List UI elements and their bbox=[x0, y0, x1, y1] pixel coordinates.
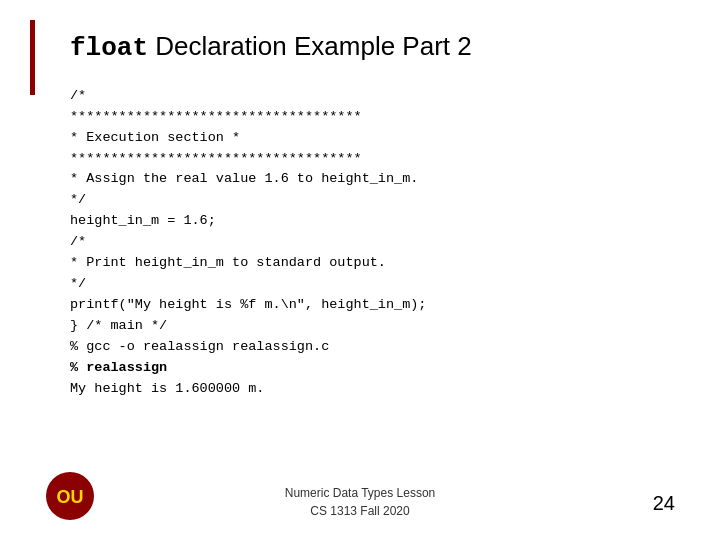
footer-line2: CS 1313 Fall 2020 bbox=[285, 502, 436, 520]
code-line-8: /* bbox=[70, 232, 670, 253]
code-line-11: printf("My height is %f m.\n", height_in… bbox=[70, 295, 670, 316]
title-rest: Declaration Example Part 2 bbox=[148, 31, 472, 61]
code-line-14: % realassign bbox=[70, 358, 670, 379]
code-line-7: height_in_m = 1.6; bbox=[70, 211, 670, 232]
code-line-5: * Assign the real value 1.6 to height_in… bbox=[70, 169, 670, 190]
code-line-12: } /* main */ bbox=[70, 316, 670, 337]
code-line-1: /* bbox=[70, 86, 670, 107]
footer-text: Numeric Data Types Lesson CS 1313 Fall 2… bbox=[285, 484, 436, 520]
code-line-2: ************************************ bbox=[70, 107, 670, 128]
code-line-10: */ bbox=[70, 274, 670, 295]
code-line-6: */ bbox=[70, 190, 670, 211]
slide: float Declaration Example Part 2 /* ****… bbox=[0, 0, 720, 540]
slide-title: float Declaration Example Part 2 bbox=[70, 30, 670, 66]
title-mono: float bbox=[70, 33, 148, 63]
code-line-3: * Execution section * bbox=[70, 128, 670, 149]
code-line-15: My height is 1.600000 m. bbox=[70, 379, 670, 400]
code-line-4: ************************************ bbox=[70, 149, 670, 170]
left-bar bbox=[30, 20, 35, 95]
code-block: /* ************************************ … bbox=[70, 86, 670, 400]
code-line-9: * Print height_in_m to standard output. bbox=[70, 253, 670, 274]
page-number: 24 bbox=[653, 492, 675, 515]
footer: Numeric Data Types Lesson CS 1313 Fall 2… bbox=[0, 484, 720, 520]
code-line-13: % gcc -o realassign realassign.c bbox=[70, 337, 670, 358]
footer-line1: Numeric Data Types Lesson bbox=[285, 484, 436, 502]
